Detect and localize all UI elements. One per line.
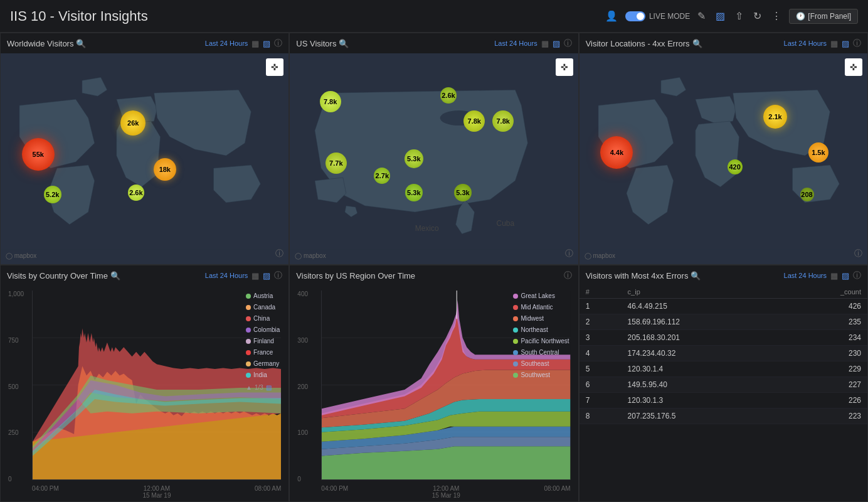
cell-ip: 120.30.1.4	[622, 361, 784, 377]
info-icon-region[interactable]: ⓘ	[564, 270, 572, 281]
filter-panel-icon[interactable]: ▨	[263, 39, 270, 48]
legend-dot-northeast	[513, 328, 518, 333]
panel-header-us: US Visitors 🔍 Last 24 Hours ▦ ▨ ⓘ	[290, 33, 578, 53]
cell-num: 8	[580, 409, 622, 424]
info-icon[interactable]: ⓘ	[274, 38, 282, 49]
title-text-table: Visitors with Most 4xx Errors	[586, 271, 689, 280]
bubble-us-5-3k-m: 5.3k	[405, 149, 423, 168]
mapbox-logo-us: ◯ mapbox	[295, 252, 326, 259]
col-num: #	[580, 286, 622, 299]
legend-item-china: China	[246, 313, 280, 324]
from-panel-button[interactable]: 🕐 [From Panel]	[789, 9, 858, 24]
svg-text:Cuba: Cuba	[497, 219, 515, 228]
live-mode-toggle[interactable]: LIVE MODE	[625, 11, 690, 21]
info-icon-table[interactable]: ⓘ	[853, 270, 861, 281]
info-icon-errors[interactable]: ⓘ	[853, 38, 861, 49]
legend-item-midwest: Midwest	[513, 313, 569, 324]
cell-count: 229	[784, 361, 867, 377]
more-icon[interactable]: ⋮	[769, 8, 784, 24]
cell-ip: 205.168.30.201	[622, 330, 784, 346]
clock-icon: 🕐	[796, 12, 805, 21]
triangle-icon: ▲	[246, 382, 252, 393]
info-icon-country[interactable]: ⓘ	[274, 270, 282, 281]
bubble-5-2k: 5.2k	[44, 186, 61, 203]
panel-controls-us: Last 24 Hours ▦ ▨ ⓘ	[494, 38, 571, 49]
panel-visitor-errors: Visitor Locations - 4xx Errors 🔍 Last 24…	[579, 33, 868, 265]
info-icon-us[interactable]: ⓘ	[564, 38, 572, 49]
bubble-55k: 55k	[22, 138, 55, 171]
map-info-us[interactable]: ⓘ	[565, 248, 573, 259]
chart-container-country: 1,000 750 500 250 0	[1, 286, 288, 501]
filter-legend-icon[interactable]: ▨	[266, 382, 272, 393]
legend-pages[interactable]: ▲ 1/3 ▨	[246, 382, 280, 393]
table-row: 2 158.69.196.112 235	[580, 314, 867, 330]
expand-btn-errors[interactable]: ✜	[845, 58, 862, 76]
filter-panel-icon-table[interactable]: ▨	[842, 271, 849, 280]
legend-item-austria: Austria	[246, 291, 280, 302]
copy-icon-table[interactable]: ▦	[830, 271, 838, 280]
mapbox-logo-errors: ◯ mapbox	[585, 252, 615, 259]
map-container-errors: 4.4k 2.1k 1.5k 420 208 ✜ ◯ mapbox ⓘ	[580, 53, 867, 264]
bubble-2-6k: 2.6k	[128, 184, 144, 201]
time-label: Last 24 Hours	[205, 40, 248, 47]
panel-title-region: Visitors by US Region Over Time	[296, 271, 415, 280]
legend-item-colombia: Colombia	[246, 324, 280, 336]
cell-ip: 158.69.196.112	[622, 314, 784, 330]
filter-panel-icon-country[interactable]: ▨	[263, 271, 270, 280]
search-icon-us[interactable]: 🔍	[339, 39, 349, 48]
cell-count: 235	[784, 314, 867, 330]
copy-icon-country[interactable]: ▦	[251, 271, 259, 280]
legend-dot-canada	[246, 305, 251, 310]
share-icon[interactable]: ⇧	[733, 8, 746, 24]
filter-panel-icon-us[interactable]: ▨	[553, 39, 560, 48]
panel-worldwide-visitors: Worldwide Visitors 🔍 Last 24 Hours ▦ ▨ ⓘ	[0, 33, 289, 265]
country-chart-svg	[33, 291, 281, 479]
map-container-worldwide: 55k 26k 18k 2.6k 5.2k ✜ ◯ mapbox ⓘ	[1, 53, 288, 264]
cell-num: 4	[580, 346, 622, 361]
map-info-worldwide[interactable]: ⓘ	[275, 248, 283, 259]
refresh-icon[interactable]: ↻	[751, 8, 764, 24]
panel-visitors-region: Visitors by US Region Over Time ⓘ 400 30…	[289, 265, 578, 502]
bubble-us-7-7k: 7.7k	[326, 152, 347, 174]
panel-controls: Last 24 Hours ▦ ▨ ⓘ	[205, 38, 282, 49]
page-title: IIS 10 - Visitor Insights	[10, 8, 148, 24]
search-icon-errors[interactable]: 🔍	[692, 39, 702, 48]
filter-panel-icon-errors[interactable]: ▨	[842, 39, 849, 48]
header-controls: 👤 LIVE MODE ✎ ▨ ⇧ ↻ ⋮ 🕐 [From Panel]	[603, 8, 858, 24]
legend-dot-finland	[246, 339, 251, 344]
cell-num: 7	[580, 393, 622, 409]
expand-btn-worldwide[interactable]: ✜	[266, 58, 283, 76]
legend-item-finland: Finland	[246, 336, 280, 347]
copy-icon-errors[interactable]: ▦	[830, 39, 838, 48]
legend-dot-germany	[246, 361, 251, 366]
user-icon[interactable]: 👤	[603, 8, 620, 24]
panel-us-visitors: US Visitors 🔍 Last 24 Hours ▦ ▨ ⓘ Mexico	[289, 33, 578, 265]
cell-num: 6	[580, 377, 622, 393]
legend-item-germany: Germany	[246, 358, 280, 370]
search-icon-country[interactable]: 🔍	[110, 271, 120, 280]
edit-icon[interactable]: ✎	[695, 8, 708, 24]
panel-controls-country: Last 24 Hours ▦ ▨ ⓘ	[205, 270, 282, 281]
cell-num: 5	[580, 361, 622, 377]
filter-icon[interactable]: ▨	[713, 8, 728, 24]
legend-dot-great-lakes	[513, 294, 518, 299]
legend-dot-france	[246, 350, 251, 355]
legend-dot-midwest	[513, 316, 518, 321]
search-icon-table[interactable]: 🔍	[691, 271, 701, 280]
cell-count: 226	[784, 393, 867, 409]
toggle-switch[interactable]	[625, 11, 645, 21]
search-icon[interactable]: 🔍	[76, 39, 86, 48]
map-info-errors[interactable]: ⓘ	[854, 248, 862, 259]
copy-icon-us[interactable]: ▦	[541, 39, 549, 48]
cell-count: 234	[784, 330, 867, 346]
legend-dot-india	[246, 373, 251, 378]
copy-icon[interactable]: ▦	[251, 39, 259, 48]
legend-item-pacific-nw: Pacific Northwest	[513, 336, 569, 347]
panel-controls-errors: Last 24 Hours ▦ ▨ ⓘ	[784, 38, 861, 49]
expand-btn-us[interactable]: ✜	[556, 58, 573, 76]
cell-ip: 207.235.176.5	[622, 409, 784, 424]
title-text-country: Visits by Country Over Time	[7, 271, 108, 280]
legend-item-southeast: Southeast	[513, 358, 569, 370]
time-label-errors: Last 24 Hours	[784, 40, 827, 47]
table-container[interactable]: # c_ip _count 1 46.4.49.215 426 2 158.69…	[580, 286, 867, 501]
